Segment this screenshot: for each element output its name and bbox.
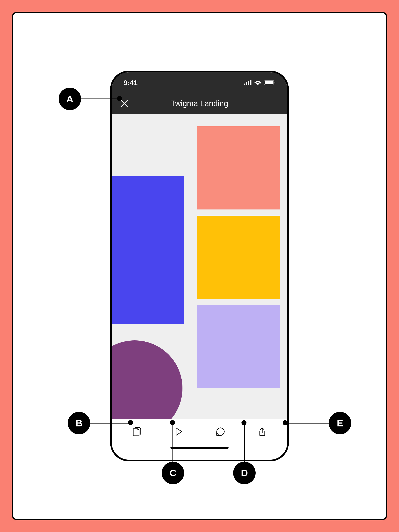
- app-header: Twigma Landing: [112, 93, 287, 114]
- file-title: Twigma Landing: [129, 99, 270, 108]
- callout-b: B: [68, 412, 90, 434]
- svg-rect-2: [248, 81, 249, 85]
- callout-b-leader: [90, 423, 131, 424]
- callout-d-endpoint: [241, 420, 247, 425]
- callout-c-endpoint: [170, 420, 175, 425]
- status-icons: [244, 80, 276, 85]
- svg-rect-1: [246, 82, 247, 85]
- purple-circle-shape[interactable]: [112, 340, 183, 419]
- callout-c-label: C: [169, 467, 176, 479]
- phone-mockup: 9:41: [110, 71, 289, 461]
- share-icon: [258, 427, 266, 437]
- gold-rect-shape[interactable]: [197, 216, 280, 299]
- svg-rect-3: [250, 80, 252, 85]
- lilac-rect-shape[interactable]: [197, 305, 280, 388]
- callout-a-leader: [81, 99, 120, 99]
- callout-c: C: [162, 462, 184, 484]
- svg-rect-6: [265, 81, 273, 84]
- coral-rect-shape[interactable]: [197, 126, 280, 209]
- play-tool[interactable]: [172, 425, 185, 438]
- callout-c-leader: [172, 423, 173, 462]
- play-icon: [175, 427, 183, 436]
- svg-point-4: [257, 84, 259, 85]
- comment-icon: [216, 427, 225, 436]
- callout-b-endpoint: [128, 420, 133, 425]
- pages-tool[interactable]: [131, 425, 143, 438]
- blue-rect-shape[interactable]: [112, 176, 184, 324]
- cell-signal-icon: [244, 80, 252, 85]
- close-icon: [120, 100, 128, 108]
- design-canvas[interactable]: [112, 114, 287, 419]
- callout-e-leader: [285, 423, 329, 424]
- home-indicator: [112, 444, 287, 459]
- callout-d-label: D: [241, 467, 248, 479]
- battery-icon: [264, 80, 276, 85]
- callout-b-label: B: [76, 418, 82, 429]
- bottom-toolbar: [112, 419, 287, 444]
- callout-a-endpoint: [117, 96, 122, 101]
- wifi-icon: [254, 80, 261, 85]
- callout-e: E: [329, 412, 351, 434]
- comment-tool[interactable]: [214, 425, 227, 438]
- callout-a: A: [59, 88, 81, 110]
- svg-rect-7: [274, 82, 275, 83]
- status-time: 9:41: [123, 79, 138, 87]
- callout-e-endpoint: [283, 420, 288, 425]
- callout-a-label: A: [66, 93, 73, 105]
- svg-rect-0: [244, 83, 245, 85]
- callout-d: D: [233, 462, 256, 484]
- diagram-frame: 9:41: [12, 12, 387, 520]
- callout-d-leader: [244, 423, 245, 462]
- share-tool[interactable]: [256, 425, 268, 438]
- callout-e-label: E: [337, 418, 343, 429]
- pages-icon: [132, 427, 141, 437]
- status-bar: 9:41: [112, 72, 287, 93]
